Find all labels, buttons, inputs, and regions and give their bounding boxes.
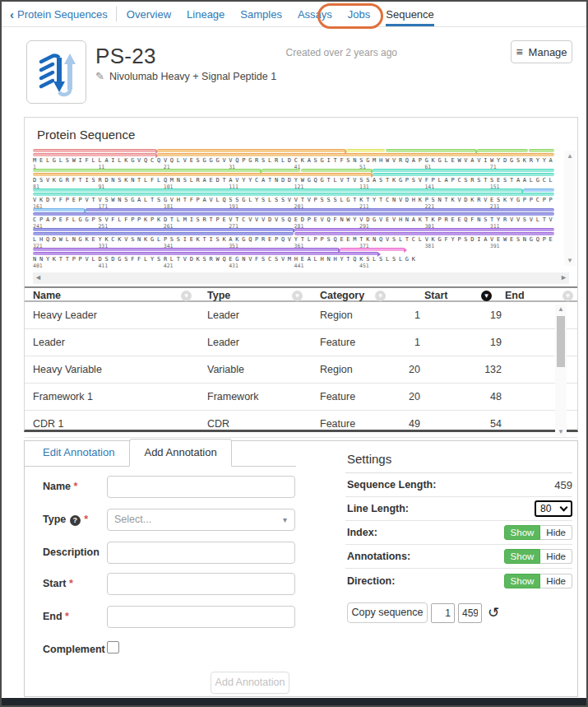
annotation-bar-violet[interactable] xyxy=(33,252,378,255)
annotation-bar-blue[interactable] xyxy=(33,208,85,212)
annotation-bar-magenta[interactable] xyxy=(340,248,404,251)
annotation-bar-cyan[interactable] xyxy=(33,188,522,192)
tab-assays[interactable]: Assays xyxy=(298,2,332,26)
annotation-bar-pink[interactable] xyxy=(33,153,156,156)
annotation-bar-pink[interactable] xyxy=(33,149,156,152)
index-hide-button[interactable]: Hide xyxy=(540,525,572,540)
nav-divider xyxy=(116,7,117,21)
table-row[interactable]: CDR 1CDRFeature4954 xyxy=(25,411,577,438)
range-start-input[interactable] xyxy=(431,603,455,623)
annotation-bar-cyan[interactable] xyxy=(33,193,554,196)
scrollbar-thumb[interactable] xyxy=(557,316,565,367)
annotation-bar-violet[interactable] xyxy=(294,228,555,231)
nav-tabs: OverviewLineageSamplesAssaysJobsSequence xyxy=(127,2,450,26)
table-cell: Leader xyxy=(207,337,306,348)
sequence-vertical-scrollbar[interactable]: ▲ ▼ xyxy=(564,151,576,266)
direction-label: Direction: xyxy=(345,575,395,587)
column-filter-icon[interactable]: ▾ xyxy=(375,291,386,301)
scroll-up-icon[interactable]: ▲ xyxy=(564,152,576,160)
column-filter-icon[interactable]: ▾ xyxy=(181,291,192,301)
tab-lineage[interactable]: Lineage xyxy=(187,2,225,26)
sequence-line[interactable]: DSVKGRFTISRDNSKNTLFLQMNSLRAEDTAVYYCATNDD… xyxy=(33,169,556,188)
tab-add-annotation[interactable]: Add Annotation xyxy=(129,439,231,467)
annotation-bar-orange[interactable] xyxy=(33,173,372,176)
direction-show-button[interactable]: Show xyxy=(504,574,541,588)
scroll-left-icon[interactable]: ◄ xyxy=(35,273,42,281)
line-length-select[interactable]: 80 xyxy=(535,500,572,517)
column-filter-icon[interactable]: ▾ xyxy=(292,291,303,301)
sequence-line[interactable]: CPAPEFLGGPSVFLFPPKPKDTLMISRTPEVTCVVVDVSQ… xyxy=(33,208,556,228)
reset-range-icon[interactable]: ↺ xyxy=(488,606,499,620)
annotation-bar-green[interactable] xyxy=(529,149,554,152)
sequence-line[interactable]: MELGLSWIFLLAILKGVQCQVQLVESGGGVVQPGRSLRLD… xyxy=(33,149,556,169)
annotation-bar-periwinkle[interactable] xyxy=(33,228,294,231)
scroll-up-icon[interactable]: ▲ xyxy=(555,305,567,313)
hamburger-icon: ≡ xyxy=(516,45,522,58)
sequence-horizontal-scrollbar[interactable]: ◄ ► xyxy=(33,272,569,284)
annotation-bar-blue[interactable] xyxy=(523,188,555,192)
table-row[interactable]: Heavy VariableVariableRegion20132 xyxy=(25,356,577,384)
column-header-end[interactable]: End xyxy=(505,290,525,301)
description-label: Description xyxy=(43,542,107,564)
sort-active-icon[interactable]: ▾ xyxy=(481,291,492,301)
annotation-bar-cyan[interactable] xyxy=(373,169,554,172)
tab-edit-annotation[interactable]: Edit Annotation xyxy=(25,446,114,466)
sequence-viewport[interactable]: MELGLSWIFLLAILKGVQCQVQLVESGGGVVQPGRSLRLD… xyxy=(33,149,556,269)
tab-overview[interactable]: Overview xyxy=(127,2,171,26)
column-header-type[interactable]: Type xyxy=(207,290,230,301)
scroll-right-icon[interactable]: ► xyxy=(560,273,567,281)
copy-sequence-button[interactable]: Copy sequence xyxy=(347,602,428,623)
help-icon[interactable]: ? xyxy=(70,515,81,526)
index-show-button[interactable]: Show xyxy=(504,525,541,540)
annotation-bar-periwinkle[interactable] xyxy=(86,208,555,212)
annotation-bar-green[interactable] xyxy=(477,149,529,152)
end-field[interactable] xyxy=(107,606,295,628)
annotation-bar-green[interactable] xyxy=(301,169,372,172)
range-end-input[interactable] xyxy=(458,603,482,623)
tab-jobs[interactable]: Jobs xyxy=(348,2,370,26)
annotation-bar-orange[interactable] xyxy=(157,153,554,156)
table-body: Heavy LeaderLeaderRegion119LeaderLeaderF… xyxy=(25,302,577,438)
tab-sequence[interactable]: Sequence xyxy=(386,2,434,26)
scroll-down-icon[interactable]: ▼ xyxy=(555,428,567,435)
annotation-bar-periwinkle[interactable] xyxy=(33,232,294,235)
table-vertical-scrollbar[interactable]: ▲ ▼ xyxy=(555,305,567,436)
start-field[interactable] xyxy=(107,573,295,595)
sequence-line[interactable]: LHQDWLNGKEYKCKVSNKGLPSSIEKTISKAKGQPREPQV… xyxy=(33,228,556,248)
annotation-bar-green[interactable] xyxy=(386,149,476,152)
column-filter-icon[interactable]: ▾ xyxy=(563,291,573,301)
table-row[interactable]: Framework 1FrameworkFeature2048 xyxy=(25,384,577,411)
manage-button[interactable]: ≡ Manage xyxy=(511,40,572,63)
annotation-bar-violet[interactable] xyxy=(33,248,339,251)
annotation-bar-orange[interactable] xyxy=(157,149,345,152)
table-row[interactable]: Heavy LeaderLeaderRegion119 xyxy=(25,302,577,329)
annotation-bar-green[interactable] xyxy=(262,169,300,172)
annotations-hide-button[interactable]: Hide xyxy=(540,549,572,564)
description-field[interactable] xyxy=(107,542,295,564)
annotation-bar-green[interactable] xyxy=(33,169,261,172)
type-select[interactable]: Select... ▾ xyxy=(107,509,295,531)
annotations-show-button[interactable]: Show xyxy=(504,549,541,564)
direction-hide-button[interactable]: Hide xyxy=(540,574,572,588)
table-row[interactable]: LeaderLeaderFeature119 xyxy=(25,329,577,356)
annotation-bar-violet[interactable] xyxy=(294,232,555,235)
scroll-down-icon[interactable]: ▼ xyxy=(564,257,576,264)
sequence-line[interactable]: NNYKTTPPVLDSDGSFFLYSRLTVDKSRWQEGNVFSCSVM… xyxy=(33,248,556,267)
end-label: End * xyxy=(43,606,107,628)
add-annotation-button[interactable]: Add Annotation xyxy=(211,672,289,694)
annotation-bar-cyan[interactable] xyxy=(373,173,554,176)
edit-pencil-icon[interactable]: ✎ xyxy=(95,70,104,82)
sequence-length-value: 459 xyxy=(554,479,572,491)
column-header-category[interactable]: Category xyxy=(320,290,364,301)
column-header-start[interactable]: Start xyxy=(424,290,447,301)
tab-samples[interactable]: Samples xyxy=(240,2,282,26)
annotation-bar-yellow[interactable] xyxy=(346,149,385,152)
annotation-bar-periwinkle[interactable] xyxy=(33,212,554,216)
sequence-letters: NNYKTTPPVLDSDGSFFLYSRLTVDKSRWQEGNVFSCSVM… xyxy=(33,256,419,263)
type-select-placeholder: Select... xyxy=(114,514,151,525)
name-field[interactable] xyxy=(107,476,295,498)
column-header-name[interactable]: Name xyxy=(33,290,61,301)
sequence-line[interactable]: VKDYFPEPVTVSWNSGALTSGVHTFPAVLQSSGLYSLSSV… xyxy=(33,188,556,208)
back-link-protein-sequences[interactable]: ‹ Protein Sequences xyxy=(10,8,108,21)
complement-checkbox[interactable] xyxy=(107,641,119,654)
